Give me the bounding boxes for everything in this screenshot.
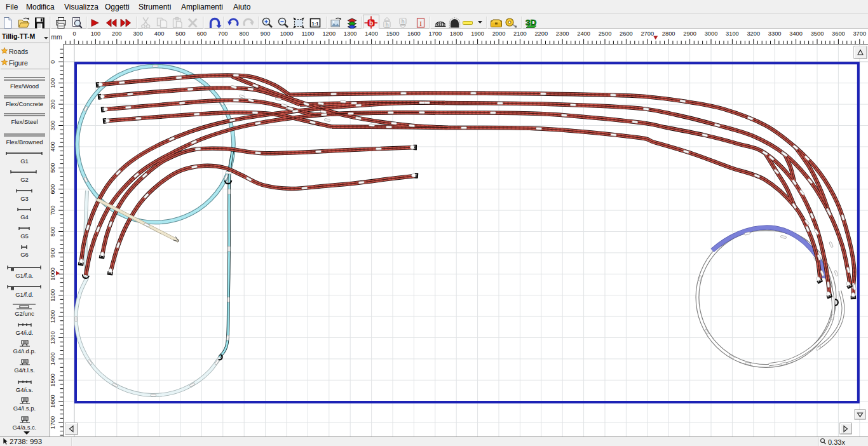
svg-text:h: h [401, 18, 404, 25]
svg-text:100: 100 [50, 78, 56, 88]
svg-text:1600: 1600 [50, 395, 56, 408]
svg-text:3700: 3700 [853, 30, 866, 37]
svg-text:I: I [419, 20, 422, 27]
svg-text:1100: 1100 [50, 289, 56, 302]
svg-text:100: 100 [91, 30, 101, 37]
svg-text:1300: 1300 [344, 30, 357, 37]
svg-text:3600: 3600 [832, 30, 845, 37]
svg-text:800: 800 [239, 30, 249, 37]
svg-text:1100: 1100 [301, 30, 314, 37]
svg-text:0: 0 [50, 60, 56, 64]
svg-text:2200: 2200 [534, 30, 548, 37]
svg-text:700: 700 [50, 205, 56, 215]
svg-text:500: 500 [175, 30, 186, 37]
svg-text:400: 400 [50, 142, 56, 152]
svg-text:2800: 2800 [662, 30, 675, 37]
svg-text:1000: 1000 [50, 267, 56, 281]
svg-text:3000: 3000 [705, 30, 718, 37]
svg-text:1800: 1800 [450, 30, 463, 37]
svg-text:1200: 1200 [50, 310, 56, 323]
svg-text:900: 900 [50, 248, 56, 258]
svg-text:1400: 1400 [365, 30, 378, 37]
svg-text:2900: 2900 [683, 30, 696, 37]
svg-text:1200: 1200 [322, 30, 336, 37]
svg-text:2700: 2700 [641, 30, 654, 37]
svg-text:2300: 2300 [556, 30, 569, 37]
svg-text:1:1: 1:1 [312, 21, 319, 27]
svg-text:2600: 2600 [620, 30, 633, 37]
svg-text:b: b [369, 20, 373, 27]
svg-text:500: 500 [50, 163, 56, 173]
svg-text:600: 600 [197, 30, 207, 37]
svg-text:1400: 1400 [50, 353, 56, 366]
svg-text:1500: 1500 [386, 30, 400, 37]
svg-text:3500: 3500 [811, 30, 824, 37]
svg-text:200: 200 [50, 99, 56, 109]
svg-text:400: 400 [154, 30, 165, 37]
svg-text:800: 800 [50, 227, 56, 237]
svg-text:200: 200 [112, 30, 122, 37]
svg-text:300: 300 [133, 30, 143, 37]
svg-text:600: 600 [50, 184, 56, 194]
svg-text:0: 0 [72, 30, 76, 37]
svg-text:900: 900 [261, 30, 271, 37]
svg-text:700: 700 [218, 30, 228, 37]
svg-text:2100: 2100 [513, 30, 527, 37]
svg-text:h: h [385, 22, 388, 28]
svg-text:1600: 1600 [407, 30, 421, 37]
svg-text:3400: 3400 [789, 30, 803, 37]
svg-text:2000: 2000 [492, 30, 506, 37]
svg-text:300: 300 [50, 121, 56, 131]
svg-text:1900: 1900 [471, 30, 484, 37]
svg-text:1700: 1700 [428, 30, 442, 37]
svg-text:3200: 3200 [747, 30, 760, 37]
svg-text:2500: 2500 [599, 30, 612, 37]
svg-text:mm: mm [51, 33, 62, 41]
svg-text:2400: 2400 [577, 30, 590, 37]
svg-text:3100: 3100 [726, 30, 739, 37]
svg-text:1700: 1700 [50, 416, 56, 429]
svg-text:1500: 1500 [50, 374, 56, 387]
svg-text:1300: 1300 [50, 331, 56, 344]
svg-text:3300: 3300 [768, 30, 782, 37]
svg-text:1000: 1000 [280, 30, 294, 37]
